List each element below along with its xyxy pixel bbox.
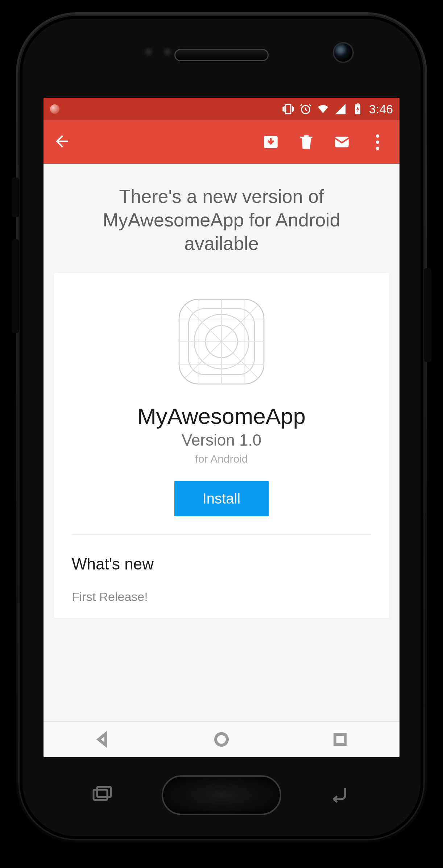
recents-hardkey[interactable]	[91, 785, 116, 804]
mail-icon	[333, 133, 351, 151]
status-bar: 3:46	[44, 98, 399, 120]
back-button[interactable]	[53, 132, 71, 152]
home-hardkey[interactable]	[162, 775, 281, 815]
status-right: 3:46	[282, 102, 393, 116]
svg-rect-2	[357, 103, 359, 104]
front-camera	[334, 43, 352, 62]
status-time: 3:46	[369, 102, 393, 116]
svg-rect-20	[97, 787, 111, 797]
recording-indicator-icon	[50, 104, 59, 114]
app-icon	[174, 295, 269, 389]
overflow-menu-button[interactable]	[365, 134, 390, 150]
whats-new-heading: What's new	[72, 555, 371, 573]
battery-charging-icon	[352, 103, 364, 115]
trash-icon	[297, 133, 315, 151]
alarm-icon	[299, 103, 312, 115]
cellular-signal-icon	[334, 103, 347, 115]
delete-button[interactable]	[294, 133, 319, 151]
app-version: Version 1.0	[72, 431, 371, 449]
archive-button[interactable]	[258, 133, 283, 151]
install-button[interactable]: Install	[174, 481, 269, 516]
email-subject: There's a new version of MyAwesomeApp fo…	[54, 164, 389, 273]
earpiece	[174, 49, 269, 61]
wifi-icon	[317, 103, 329, 115]
mark-unread-button[interactable]	[329, 133, 355, 151]
nav-back-icon	[94, 731, 112, 748]
app-bar	[44, 120, 399, 164]
email-body[interactable]: There's a new version of MyAwesomeApp fo…	[44, 164, 399, 721]
nav-recents-icon	[331, 731, 349, 748]
screen: 3:46 There's a new version of MyA	[44, 98, 399, 757]
back-arrow-icon	[53, 132, 71, 150]
nav-back-button[interactable]	[92, 729, 114, 750]
nav-home-button[interactable]	[211, 729, 232, 750]
nav-recents-button[interactable]	[329, 729, 351, 750]
nav-home-icon	[213, 731, 230, 748]
app-platform: for Android	[72, 453, 371, 465]
proximity-sensors	[143, 46, 173, 57]
vibrate-icon	[282, 103, 294, 115]
back-hardkey[interactable]	[327, 785, 352, 804]
svg-rect-18	[335, 734, 345, 744]
svg-point-17	[216, 734, 227, 745]
app-name: MyAwesomeApp	[72, 403, 371, 429]
more-icon	[376, 134, 379, 138]
svg-rect-19	[94, 790, 107, 800]
status-left	[50, 104, 59, 114]
release-notes: First Release!	[72, 590, 371, 604]
archive-icon	[262, 133, 280, 151]
power-button	[424, 268, 431, 362]
update-card: MyAwesomeApp Version 1.0 for Android Ins…	[54, 273, 389, 618]
side-button	[12, 178, 19, 217]
volume-rocker	[12, 239, 19, 333]
divider	[72, 534, 371, 535]
phone-frame: 3:46 There's a new version of MyA	[18, 14, 425, 840]
navigation-bar	[44, 721, 399, 757]
